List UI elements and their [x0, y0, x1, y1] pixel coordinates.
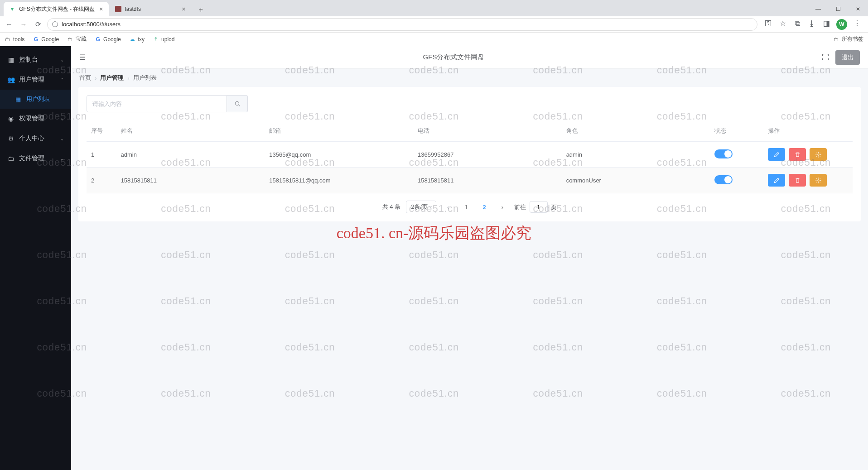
bookmark-item[interactable]: ⇡uplod — [153, 36, 174, 43]
sidebar-subitem-user-list[interactable]: ▦ 用户列表 — [0, 90, 71, 109]
search-input[interactable] — [87, 95, 227, 112]
sidebar-label: 控制台 — [19, 56, 38, 64]
bookmark-star-icon[interactable]: ☆ — [778, 19, 787, 28]
browser-tab-active[interactable]: ▾ GFS分布式文件网盘 - 在线网盘 × — [4, 2, 109, 16]
jump-suffix: 页 — [551, 204, 557, 211]
chevron-down-icon: ⌄ — [60, 136, 64, 141]
site-info-icon[interactable]: ⓘ — [52, 20, 58, 29]
th-name: 姓名 — [116, 120, 265, 142]
page-title: GFS分布式文件网盘 — [86, 53, 822, 62]
gear-icon — [815, 152, 821, 158]
browser-tab-inactive[interactable]: fastdfs × — [110, 2, 191, 16]
th-role: 角色 — [562, 120, 710, 142]
th-index: 序号 — [87, 120, 116, 142]
bookmark-item[interactable]: GGoogle — [33, 36, 59, 43]
window-maximize-icon[interactable]: ☐ — [828, 2, 848, 16]
pagination-jump-input[interactable] — [530, 201, 548, 213]
folder-icon: 🗀 — [5, 36, 11, 43]
bookmark-item[interactable]: ☁txy — [129, 36, 145, 43]
cell-name: 15815815811 — [116, 168, 265, 193]
bookmark-item[interactable]: GGoogle — [95, 36, 121, 43]
pagination-pagesize-select[interactable]: 2条/页 — [406, 201, 436, 213]
svg-point-0 — [235, 101, 239, 105]
window-close-icon[interactable]: ✕ — [848, 2, 868, 16]
url-text: localhost:5000/#/users — [62, 21, 121, 28]
download-icon[interactable]: ⭳ — [807, 19, 816, 28]
folder-icon: 🗀 — [833, 36, 839, 43]
key-icon[interactable]: ⚿ — [764, 19, 773, 28]
cell-index: 1 — [87, 142, 116, 168]
gear-icon — [815, 177, 821, 183]
breadcrumb-item: 用户列表 — [133, 74, 157, 82]
breadcrumb-item[interactable]: 用户管理 — [100, 74, 124, 82]
logout-button[interactable]: 退出 — [835, 50, 860, 65]
nav-reload-icon[interactable]: ⟳ — [33, 19, 43, 30]
nav-back-icon[interactable]: ← — [4, 19, 14, 30]
cell-actions — [763, 168, 853, 193]
content-card: 序号 姓名 邮箱 电话 角色 状态 操作 1admin13565@qq.com1… — [78, 87, 861, 221]
sidebar-item-users[interactable]: 👥 用户管理 ⌃ — [0, 70, 71, 90]
cell-email: 15815815811@qq.com — [265, 168, 413, 193]
menu-icon[interactable]: ⋮ — [853, 19, 862, 28]
cell-role: commonUser — [562, 168, 710, 193]
sidebar: ▦ 控制台 ⌄ 👥 用户管理 ⌃ ▦ 用户列表 ◉ 权限管理 ⌄ ⚙ 个人中心 — [0, 46, 71, 470]
chevron-down-icon: ⌄ — [60, 58, 64, 62]
tab-close-icon[interactable]: × — [177, 5, 185, 13]
sidebar-item-dashboard[interactable]: ▦ 控制台 ⌄ — [0, 50, 71, 70]
pagination-next-icon[interactable]: › — [496, 201, 509, 213]
nav-forward-icon[interactable]: → — [18, 19, 29, 30]
breadcrumb-item[interactable]: 首页 — [79, 74, 91, 82]
sidebar-item-files[interactable]: 🗀 文件管理 ⌄ — [0, 149, 71, 168]
bookmark-label: uplod — [161, 36, 174, 43]
profile-avatar[interactable]: W — [836, 19, 847, 30]
pagination-prev-icon[interactable]: ‹ — [442, 201, 454, 213]
cell-actions — [763, 142, 853, 168]
sidebar-sublabel: 用户列表 — [26, 95, 50, 103]
pagination: 共 4 条 2条/页 ‹ 1 2 › 前往 页 — [87, 201, 853, 213]
sidebar-item-permissions[interactable]: ◉ 权限管理 ⌄ — [0, 109, 71, 129]
settings-button[interactable] — [810, 174, 827, 187]
breadcrumb-sep: › — [95, 75, 96, 82]
search-row — [87, 95, 853, 112]
address-bar: ← → ⟳ ⓘ localhost:5000/#/users ⚿ ☆ ⧉ ⭳ ◨… — [0, 16, 868, 33]
tab-close-icon[interactable]: × — [95, 5, 103, 13]
bookmark-bar: 🗀tools GGoogle 🗀宝藏 GGoogle ☁txy ⇡uplod 🗀… — [0, 33, 868, 46]
breadcrumb: 首页 › 用户管理 › 用户列表 — [71, 69, 868, 87]
new-tab-button[interactable]: + — [195, 4, 207, 16]
bookmark-label: txy — [138, 36, 145, 43]
pagination-page-current[interactable]: 2 — [478, 201, 491, 213]
settings-button[interactable] — [810, 148, 827, 161]
bookmark-label: Google — [41, 36, 59, 43]
search-button[interactable] — [227, 95, 248, 112]
bookmark-label: 所有书签 — [842, 35, 863, 43]
google-icon: G — [95, 36, 101, 43]
bookmark-item[interactable]: 🗀tools — [5, 36, 24, 43]
user-table: 序号 姓名 邮箱 电话 角色 状态 操作 1admin13565@qq.com1… — [87, 120, 853, 193]
tab-favicon: ▾ — [9, 6, 15, 12]
status-toggle[interactable] — [714, 149, 733, 158]
grid-icon: ▦ — [15, 96, 23, 103]
side-panel-icon[interactable]: ◨ — [822, 19, 831, 28]
edit-button[interactable] — [768, 174, 785, 187]
pagination-page[interactable]: 1 — [460, 201, 473, 213]
lock-icon: ◉ — [7, 115, 14, 122]
fullscreen-icon[interactable]: ⛶ — [822, 53, 829, 62]
trash-icon — [795, 177, 800, 183]
sidebar-toggle-icon[interactable]: ☰ — [79, 53, 86, 62]
folder-icon: 🗀 — [7, 155, 14, 162]
delete-button[interactable] — [789, 148, 806, 161]
pagination-total: 共 4 条 — [382, 203, 400, 211]
sidebar-item-profile[interactable]: ⚙ 个人中心 ⌄ — [0, 129, 71, 149]
chevron-up-icon: ⌃ — [60, 77, 64, 82]
window-minimize-icon[interactable]: — — [808, 2, 828, 16]
breadcrumb-sep: › — [127, 75, 129, 82]
delete-button[interactable] — [789, 174, 806, 187]
url-input[interactable]: ⓘ localhost:5000/#/users — [47, 18, 757, 31]
status-toggle[interactable] — [714, 175, 733, 184]
bookmark-item[interactable]: 🗀宝藏 — [67, 35, 87, 43]
bookmark-label: tools — [13, 36, 24, 43]
edit-icon — [774, 152, 780, 158]
edit-button[interactable] — [768, 148, 785, 161]
all-bookmarks-button[interactable]: 🗀所有书签 — [833, 35, 863, 43]
extensions-icon[interactable]: ⧉ — [793, 19, 802, 28]
